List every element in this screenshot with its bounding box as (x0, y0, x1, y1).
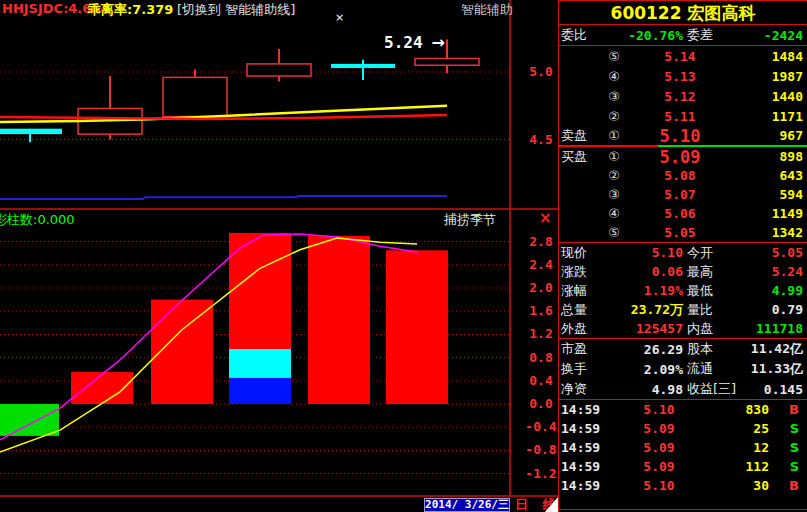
level-price: 5.07 (627, 187, 733, 202)
close-icon[interactable]: × (539, 209, 552, 227)
stats-label: 流通 (687, 360, 745, 378)
sub-indicator-title[interactable]: 捕捞季节 (444, 211, 496, 229)
stats-label: 换手 (561, 360, 607, 378)
stats-row: 市盈 26.29 股本 11.42亿 (559, 339, 807, 359)
info-value: 5.24 (745, 264, 803, 279)
stats-label: 净资 (561, 380, 607, 398)
stock-title[interactable]: 600122 宏图高科 (559, 0, 807, 25)
tick-volume: 12 (711, 440, 769, 455)
date-box[interactable]: 2014/ 3/26/三 (424, 498, 510, 512)
tick-price: 5.09 (607, 440, 711, 455)
axis-label: 1.2 (520, 326, 562, 341)
axis-label: 2.4 (520, 257, 562, 272)
sell-level-5-row[interactable]: ⑤ 5.14 1484 (559, 46, 807, 66)
level-volume: 1171 (733, 109, 803, 124)
info-label: 内盘 (687, 320, 745, 338)
axis-label: 2.8 (520, 234, 562, 249)
info-label: 涨跌 (561, 263, 607, 281)
level-badge: ② (601, 168, 627, 183)
price-info-section: 现价 5.10 今开 5.05 涨跌 0.06 最高 5.24 涨幅 1.19%… (559, 242, 807, 338)
ask1-price: 5.10 (627, 126, 733, 146)
tick-list: 14:59 5.10 830 B 14:59 5.09 25 S 14:59 5… (559, 399, 807, 495)
stats-label: 股本 (687, 340, 745, 358)
switch-assist-line-button[interactable]: [切换到 智能辅助线] (177, 1, 295, 19)
buy-level-2-row[interactable]: ② 5.08 643 (559, 166, 807, 185)
level-volume: 1484 (733, 49, 803, 64)
chart-area: HHJSJDC:4.684 乖离率:7.379 [切换到 智能辅助线] 智能辅助… (0, 0, 558, 497)
buy-level-4-row[interactable]: ④ 5.06 1149 (559, 204, 807, 223)
info-label: 最低 (687, 282, 745, 300)
buy-level-3-row[interactable]: ③ 5.07 594 (559, 185, 807, 204)
quote-panel: 600122 宏图高科 委比 -20.76% 委差 -2424 ⑤ 5.14 1… (558, 0, 807, 512)
axis-label: 5.0 (520, 64, 562, 79)
high-price-annotation: 5.24→ (384, 33, 445, 52)
stock-app-window: HHJSJDC:4.684 乖离率:7.379 [切换到 智能辅助线] 智能辅助… (0, 0, 807, 512)
tick-volume: 25 (711, 421, 769, 436)
stats-value: 11.42亿 (745, 340, 803, 358)
level-volume: 1342 (733, 225, 803, 240)
buy-level-1-row[interactable]: 买盘 ① 5.09 898 (559, 147, 807, 166)
ask1-volume: 967 (733, 128, 803, 143)
level-price: 5.14 (627, 49, 733, 64)
panel-bottom-border (559, 497, 807, 510)
axis-label: 0.0 (520, 396, 562, 411)
weibi-value: -20.76% (607, 28, 683, 43)
info-row: 涨跌 0.06 最高 5.24 (559, 262, 807, 281)
weibi-label: 委比 (561, 26, 607, 44)
tick-row[interactable]: 14:59 5.10 830 B (559, 400, 807, 419)
smart-assist-label: 智能辅助 (461, 1, 513, 19)
tick-volume: 30 (711, 478, 769, 493)
tick-row[interactable]: 14:59 5.09 12 S (559, 438, 807, 457)
resize-corner-icon[interactable] (545, 497, 558, 512)
axis-label: -0.4 (520, 419, 562, 434)
sell-level-1-row[interactable]: 卖盘 ① 5.10 967 (559, 126, 807, 145)
weibi-row: 委比 -20.76% 委差 -2424 (559, 25, 807, 46)
info-value: 0.06 (607, 264, 683, 279)
tick-row[interactable]: 14:59 5.09 112 S (559, 457, 807, 476)
tick-time: 14:59 (561, 459, 607, 474)
info-value: 125457 (607, 321, 683, 336)
axis-label: -1.2 (520, 466, 562, 481)
level-badge: ⑤ (601, 49, 627, 64)
tick-row[interactable]: 14:59 5.09 25 S (559, 419, 807, 438)
level-badge: ③ (601, 89, 627, 104)
buy-level-5-row[interactable]: ⑤ 5.05 1342 (559, 223, 807, 242)
stats-label: 收益[三] (687, 380, 745, 398)
info-label: 涨幅 (561, 282, 607, 300)
stats-label: 市盈 (561, 340, 607, 358)
tick-side: S (769, 421, 803, 436)
info-value: 1.19% (607, 283, 683, 298)
info-value: 5.10 (607, 245, 683, 260)
tick-price: 5.09 (607, 421, 711, 436)
tick-volume: 112 (711, 459, 769, 474)
tick-time: 14:59 (561, 478, 607, 493)
info-row: 现价 5.10 今开 5.05 (559, 243, 807, 262)
stats-value: 2.09% (607, 362, 683, 377)
tick-row[interactable]: 14:59 5.10 30 B (559, 476, 807, 495)
sell-level-2-row[interactable]: ② 5.11 1171 (559, 106, 807, 126)
weicha-value: -2424 (745, 28, 803, 43)
level-volume: 643 (733, 168, 803, 183)
level-volume: 594 (733, 187, 803, 202)
level-price: 5.12 (627, 89, 733, 104)
tick-side: B (769, 402, 803, 417)
axis-label: 2.0 (520, 280, 562, 295)
level-badge: ① (601, 128, 627, 143)
sell-level-4-row[interactable]: ④ 5.13 1987 (559, 66, 807, 86)
stats-value: 0.145 (745, 382, 803, 397)
sell-level-3-row[interactable]: ③ 5.12 1440 (559, 86, 807, 106)
info-value: 23.72万 (607, 301, 683, 319)
tick-side: S (769, 459, 803, 474)
bid1-price: 5.09 (627, 147, 733, 167)
level-volume: 1440 (733, 89, 803, 104)
level-price: 5.11 (627, 109, 733, 124)
info-row: 外盘 125457 内盘 111718 (559, 319, 807, 338)
sell-label: 卖盘 (561, 127, 601, 145)
tick-volume: 830 (711, 402, 769, 417)
price-and-indicator-chart[interactable] (0, 0, 558, 497)
info-label: 总量 (561, 301, 607, 319)
cursor-x-mark: × (335, 11, 344, 24)
level-price: 5.13 (627, 69, 733, 84)
level-price: 5.08 (627, 168, 733, 183)
info-label: 今开 (687, 244, 745, 262)
